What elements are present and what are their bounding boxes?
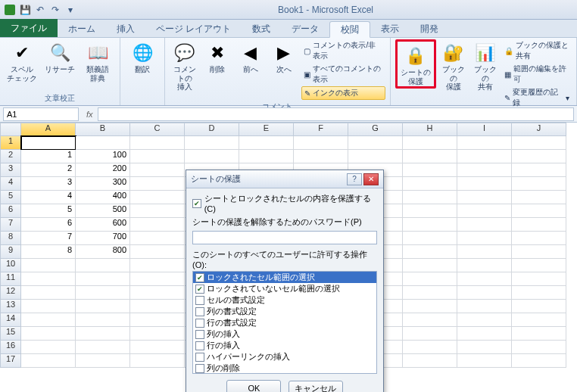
cell[interactable] — [185, 150, 239, 163]
cell[interactable]: 1 — [21, 150, 76, 163]
share-workbook-button[interactable]: 📊ブックの共有 — [471, 39, 500, 92]
row-header[interactable]: 1 — [0, 136, 21, 150]
password-input[interactable] — [192, 231, 377, 244]
select-all-corner[interactable] — [0, 123, 21, 136]
cell[interactable] — [512, 272, 566, 286]
row-header[interactable]: 7 — [0, 218, 21, 232]
toggle-comment-visibility[interactable]: ▢コメントの表示/非表示 — [301, 39, 385, 62]
cell[interactable] — [512, 300, 566, 313]
cell[interactable] — [130, 177, 185, 191]
cell[interactable] — [130, 218, 185, 232]
spellcheck-button[interactable]: ✔︎スペルチェック — [5, 39, 39, 82]
track-changes[interactable]: ✎変更履歴の記録 ▾ — [502, 86, 572, 109]
cell[interactable]: 8 — [21, 245, 76, 259]
cell[interactable]: 6 — [21, 218, 76, 232]
cell[interactable] — [457, 300, 512, 313]
cell[interactable] — [130, 313, 185, 327]
cell[interactable]: 500 — [76, 204, 130, 218]
cell[interactable] — [403, 218, 457, 232]
cell[interactable] — [130, 354, 185, 368]
cell[interactable] — [76, 341, 130, 354]
tab-view[interactable]: 表示 — [370, 20, 410, 37]
cell[interactable] — [294, 150, 348, 163]
cell[interactable] — [130, 204, 185, 218]
permission-item[interactable]: ハイパーリンクの挿入 — [193, 351, 376, 362]
cell[interactable] — [185, 136, 239, 150]
cell[interactable] — [403, 354, 457, 368]
protect-workbook-button[interactable]: 🔐ブックの保護 — [439, 39, 468, 92]
cell[interactable] — [457, 286, 512, 300]
cell[interactable] — [21, 354, 76, 368]
cell[interactable] — [403, 204, 457, 218]
cell[interactable] — [130, 150, 185, 163]
cell[interactable] — [457, 272, 512, 286]
cell[interactable] — [457, 245, 512, 259]
cell[interactable] — [457, 232, 512, 245]
row-header[interactable]: 5 — [0, 191, 21, 204]
column-header[interactable]: D — [185, 123, 239, 136]
cell[interactable] — [403, 150, 457, 163]
cell[interactable] — [21, 300, 76, 313]
protect-contents-checkbox[interactable]: ✔ シートとロックされたセルの内容を保護する(C) — [192, 193, 377, 213]
column-header[interactable]: B — [76, 123, 130, 136]
cell[interactable] — [512, 341, 566, 354]
cell[interactable] — [130, 327, 185, 341]
cell[interactable] — [239, 150, 294, 163]
column-header[interactable]: G — [348, 123, 403, 136]
cell[interactable]: 400 — [76, 191, 130, 204]
cell[interactable] — [457, 163, 512, 177]
cell[interactable]: 600 — [76, 218, 130, 232]
permission-item[interactable]: セルの書式設定 — [193, 294, 376, 306]
cell[interactable] — [457, 327, 512, 341]
row-header[interactable]: 11 — [0, 272, 21, 286]
cell[interactable] — [457, 136, 512, 150]
cell[interactable] — [403, 300, 457, 313]
tab-file[interactable]: ファイル — [0, 19, 58, 37]
cell[interactable]: 200 — [76, 163, 130, 177]
cell[interactable] — [512, 150, 566, 163]
research-button[interactable]: 🔍リサーチ — [42, 39, 77, 74]
cell[interactable] — [130, 272, 185, 286]
column-header[interactable]: F — [294, 123, 348, 136]
cell[interactable] — [348, 150, 403, 163]
row-header[interactable]: 13 — [0, 300, 21, 313]
row-header[interactable]: 3 — [0, 163, 21, 177]
cell[interactable] — [21, 259, 76, 272]
cell[interactable] — [512, 136, 566, 150]
cell[interactable] — [130, 136, 185, 150]
cell[interactable] — [21, 286, 76, 300]
cell[interactable] — [76, 313, 130, 327]
protect-sheet-button[interactable]: 🔒シートの保護 — [398, 42, 433, 86]
row-header[interactable]: 16 — [0, 341, 21, 354]
cell[interactable] — [403, 177, 457, 191]
cell[interactable] — [403, 245, 457, 259]
prev-comment-button[interactable]: ◀前へ — [235, 39, 266, 74]
cell[interactable] — [512, 354, 566, 368]
tab-review[interactable]: 校閲 — [329, 21, 370, 38]
cell[interactable] — [130, 232, 185, 245]
cell[interactable]: 800 — [76, 245, 130, 259]
cell[interactable] — [21, 327, 76, 341]
tab-formulas[interactable]: 数式 — [242, 20, 281, 37]
cell[interactable]: 100 — [76, 150, 130, 163]
cell[interactable] — [512, 163, 566, 177]
cell[interactable] — [76, 300, 130, 313]
permission-item[interactable]: 列の削除 — [193, 362, 376, 374]
column-header[interactable]: H — [403, 123, 457, 136]
permissions-listbox[interactable]: ✔ロックされたセル範囲の選択✔ロックされていないセル範囲の選択セルの書式設定列の… — [192, 271, 377, 374]
qat-dropdown-icon[interactable]: ▾ — [64, 3, 77, 17]
cell[interactable] — [130, 191, 185, 204]
tab-data[interactable]: データ — [281, 20, 329, 37]
column-header[interactable]: J — [512, 123, 566, 136]
column-header[interactable]: A — [21, 123, 76, 136]
cell[interactable] — [512, 245, 566, 259]
redo-icon[interactable]: ↷ — [48, 3, 62, 17]
cell[interactable] — [76, 286, 130, 300]
row-header[interactable]: 2 — [0, 150, 21, 163]
cell[interactable] — [403, 163, 457, 177]
cell[interactable] — [294, 136, 348, 150]
new-comment-button[interactable]: 💬コメントの挿入 — [170, 39, 200, 92]
cell[interactable] — [512, 286, 566, 300]
row-header[interactable]: 15 — [0, 327, 21, 341]
permission-item[interactable]: 行の挿入 — [193, 340, 376, 351]
